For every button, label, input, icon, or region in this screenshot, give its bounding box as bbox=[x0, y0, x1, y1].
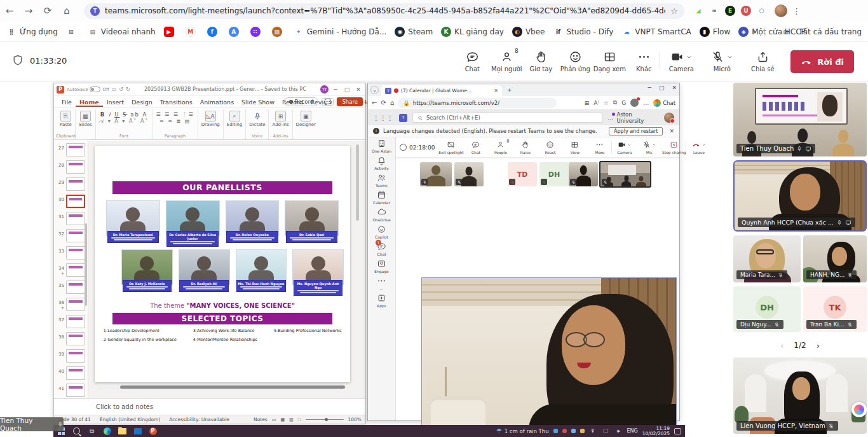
extension-icon[interactable]: ⬡ bbox=[757, 6, 767, 16]
slide-horizontal-scrollbar[interactable] bbox=[97, 385, 348, 389]
bookmark-item[interactable]: ⊞ bbox=[66, 27, 79, 37]
rail-item[interactable]: Calendar bbox=[368, 190, 395, 205]
slide-sorter-icon[interactable]: ▦ bbox=[280, 417, 285, 422]
ribbon-tab[interactable]: Slide Show bbox=[238, 97, 278, 107]
slideshow-icon[interactable]: ⛶ bbox=[298, 417, 301, 422]
designer-icon[interactable]: ▣ bbox=[301, 111, 311, 121]
read-aloud-icon[interactable]: A⁾ bbox=[593, 100, 599, 106]
close-tab-icon[interactable]: ✕ bbox=[494, 88, 498, 94]
chevron-down-icon[interactable] bbox=[686, 53, 693, 60]
ribbon-tab[interactable]: Home bbox=[76, 97, 103, 107]
url-field[interactable]: 🔒 https://teams.microsoft.com/v2/ bbox=[398, 98, 557, 108]
back-icon[interactable]: ← bbox=[372, 99, 377, 106]
inner-toolbar-button[interactable]: Raise bbox=[513, 137, 538, 157]
tray-icon[interactable] bbox=[580, 429, 585, 433]
mail-icon[interactable] bbox=[133, 427, 142, 435]
collections-icon[interactable]: ⧉ bbox=[613, 99, 617, 106]
reading-view-icon[interactable]: ▥ bbox=[289, 417, 294, 422]
chevron-down-icon[interactable] bbox=[726, 53, 733, 60]
reaction-bubble-icon[interactable] bbox=[851, 402, 867, 417]
participant-tile-quynh-active-speaker[interactable]: Quynh Anh HCCP (Chưa xác ... bbox=[733, 160, 867, 232]
paste-icon[interactable]: ⎘ bbox=[60, 111, 71, 121]
notification-center-icon[interactable] bbox=[674, 428, 681, 434]
edge-taskbar-icon[interactable] bbox=[103, 427, 111, 435]
copilot-chat-button[interactable]: Chat bbox=[653, 99, 675, 107]
bookmark-item[interactable]: ◉ Steam bbox=[395, 27, 433, 37]
bookmark-item[interactable]: ▨ bbox=[272, 27, 285, 37]
tab-search-icon[interactable]: ⌄ bbox=[370, 86, 379, 94]
language-indicator[interactable]: ENG bbox=[627, 428, 638, 434]
rail-item[interactable]: Apps bbox=[368, 293, 395, 308]
tray-icon[interactable] bbox=[571, 429, 576, 433]
slide-thumbnail[interactable]: 35✦ bbox=[54, 281, 88, 298]
filmstrip-avatar-tile[interactable]: DH bbox=[539, 162, 569, 186]
tray-icon[interactable] bbox=[562, 429, 567, 433]
browser-menu-icon[interactable]: ⋮ bbox=[792, 6, 801, 16]
home-icon[interactable]: ⌂ bbox=[390, 99, 394, 106]
bookmark-item[interactable]: K KL giảng day bbox=[441, 27, 504, 37]
slide-thumbnail[interactable]: 30✦ bbox=[54, 195, 88, 212]
ribbon-tab[interactable]: Transitions bbox=[156, 97, 196, 107]
close-icon[interactable]: ✕ bbox=[354, 87, 363, 93]
pager-previous-icon[interactable]: ‹ bbox=[780, 341, 783, 350]
extension-icon[interactable]: ◢ bbox=[693, 6, 703, 16]
drawing-icon[interactable]: ◺A bbox=[205, 111, 216, 121]
weather-widget[interactable]: ☂1 cm of rain Thu bbox=[496, 427, 549, 434]
inner-toolbar-button[interactable]: 8 People bbox=[488, 137, 513, 157]
favorite-star-icon[interactable]: ☆ bbox=[604, 100, 609, 106]
pager-next-icon[interactable]: › bbox=[817, 341, 820, 350]
save-icon[interactable]: ▭ bbox=[112, 87, 117, 92]
participant-tile-hanh[interactable]: HANH, NG... bbox=[803, 235, 867, 282]
bookmark-star-icon[interactable]: ☆ bbox=[670, 6, 678, 16]
chevron-down-icon[interactable] bbox=[702, 142, 706, 147]
bookmark-item[interactable]: ☁ VNPT SmartCA bbox=[621, 27, 691, 37]
rail-item[interactable]: 7 Chat bbox=[368, 242, 395, 256]
slide-thumbnail[interactable]: 36✦ bbox=[54, 298, 88, 315]
active-tab[interactable]: T (7) Calendar | Global Wome... ✕ bbox=[381, 85, 502, 96]
participant-tile-diu[interactable]: DH Dịu Nguy... bbox=[733, 286, 801, 332]
participant-tile-tien[interactable]: Tien Thuy Quach bbox=[733, 83, 867, 156]
inner-toolbar-button[interactable]: Exit spotlight bbox=[438, 137, 463, 157]
chevron-down-icon[interactable] bbox=[652, 142, 656, 147]
apply-restart-button[interactable]: Apply and restart bbox=[609, 127, 663, 135]
rail-item[interactable]: Activity bbox=[368, 156, 395, 170]
rail-item[interactable]: ... bbox=[368, 276, 395, 291]
dictate-icon[interactable] bbox=[253, 111, 262, 121]
slide-thumbnail[interactable]: 34✦ bbox=[54, 263, 88, 281]
meeting-toolbar-button[interactable]: Chia sẻ bbox=[742, 47, 783, 73]
ppt-share-button[interactable]: Share bbox=[337, 97, 363, 106]
slide-thumbnail[interactable]: 32✦ bbox=[54, 229, 88, 246]
addins-icon[interactable]: ⊞ bbox=[275, 111, 286, 121]
org-switcher[interactable]: … Aston University bbox=[607, 111, 674, 124]
tray-icon[interactable] bbox=[553, 429, 558, 433]
ribbon-tab[interactable]: Insert bbox=[103, 97, 128, 107]
slide-thumbnail[interactable]: 38✦ bbox=[54, 332, 88, 349]
zoom-slider[interactable] bbox=[306, 419, 344, 420]
all-bookmarks-label[interactable]: Tất cả dấu trang bbox=[798, 27, 862, 36]
reload-icon[interactable]: ⟳ bbox=[381, 99, 386, 106]
slide-thumbnail[interactable]: 29✦ bbox=[54, 177, 88, 195]
undo-icon[interactable]: ↺ bbox=[119, 87, 123, 92]
filmstrip-video-tile[interactable] bbox=[454, 162, 484, 186]
spotlight-video[interactable]: Quynh Anh HCCP (Unverified) bbox=[421, 277, 677, 437]
ribbon-tab[interactable]: File bbox=[58, 97, 76, 107]
mic-tray-icon[interactable]: 🎙 bbox=[589, 427, 597, 435]
normal-view-icon[interactable]: ▭ bbox=[272, 417, 276, 422]
rail-item[interactable]: Copilot bbox=[368, 225, 395, 239]
rail-item[interactable]: Teams bbox=[368, 173, 395, 188]
inner-toolbar-button[interactable]: Camera bbox=[612, 137, 637, 157]
maximize-icon[interactable]: ▢ bbox=[659, 85, 665, 91]
inner-toolbar-button[interactable]: Stop sharing bbox=[661, 137, 686, 157]
edge-profile-avatar[interactable] bbox=[630, 99, 639, 107]
address-bar[interactable]: T teams.microsoft.com/light-meetings/lau… bbox=[84, 3, 684, 19]
close-icon[interactable]: ✕ bbox=[672, 85, 677, 91]
display-tray-icon[interactable]: 🖵 bbox=[602, 427, 610, 435]
bookmark-item[interactable]: ▮ Flow bbox=[700, 27, 730, 37]
new-tab-icon[interactable]: ＋ bbox=[506, 85, 513, 95]
meeting-toolbar-button[interactable]: Chat bbox=[455, 47, 489, 73]
autosave-toggle[interactable] bbox=[90, 87, 100, 92]
ribbon-tab[interactable]: Animations bbox=[196, 97, 238, 107]
bookmark-item[interactable]: M bbox=[186, 27, 199, 37]
meeting-toolbar-button[interactable]: Dạng xem bbox=[592, 47, 627, 73]
inner-toolbar-button[interactable]: Leave bbox=[686, 137, 711, 157]
